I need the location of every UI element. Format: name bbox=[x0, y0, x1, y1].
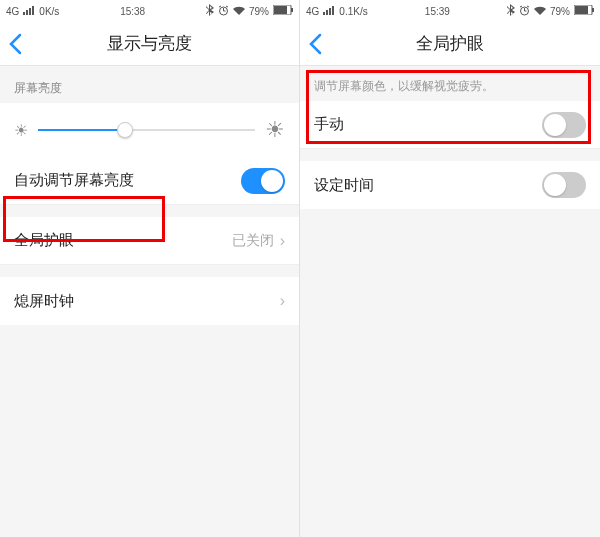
back-button[interactable] bbox=[308, 22, 322, 65]
battery-icon bbox=[574, 5, 594, 17]
bluetooth-icon bbox=[507, 4, 515, 18]
manual-label: 手动 bbox=[314, 115, 344, 134]
battery-percent: 79% bbox=[550, 6, 570, 17]
signal-icon bbox=[323, 5, 335, 17]
screen-clock-label: 熄屏时钟 bbox=[14, 292, 74, 311]
svg-rect-10 bbox=[329, 8, 331, 15]
auto-brightness-row: 自动调节屏幕亮度 bbox=[0, 157, 299, 205]
time-label: 15:39 bbox=[425, 6, 450, 17]
battery-icon bbox=[273, 5, 293, 17]
signal-icon bbox=[23, 5, 35, 17]
wifi-icon bbox=[534, 6, 546, 17]
nav-bar: 全局护眼 bbox=[300, 22, 600, 66]
svg-rect-8 bbox=[323, 12, 325, 15]
status-bar: 4G 0.1K/s 15:39 79% bbox=[300, 0, 600, 22]
page-title: 全局护眼 bbox=[300, 32, 600, 55]
screen-clock-row[interactable]: 熄屏时钟 › bbox=[0, 277, 299, 325]
back-button[interactable] bbox=[8, 22, 22, 65]
schedule-toggle[interactable] bbox=[542, 172, 586, 198]
time-label: 15:38 bbox=[120, 6, 145, 17]
auto-brightness-toggle[interactable] bbox=[241, 168, 285, 194]
sun-small-icon: ☀ bbox=[14, 121, 28, 140]
nav-bar: 显示与亮度 bbox=[0, 22, 299, 66]
auto-brightness-label: 自动调节屏幕亮度 bbox=[14, 171, 134, 190]
manual-row: 手动 bbox=[300, 101, 600, 149]
network-label: 4G bbox=[6, 6, 19, 17]
svg-rect-9 bbox=[326, 10, 328, 15]
eye-care-row[interactable]: 全局护眼 已关闭 › bbox=[0, 217, 299, 265]
svg-rect-2 bbox=[29, 8, 31, 15]
manual-toggle[interactable] bbox=[542, 112, 586, 138]
speed-label: 0.1K/s bbox=[339, 6, 367, 17]
brightness-slider-row: ☀ ☀ bbox=[0, 103, 299, 157]
svg-rect-3 bbox=[32, 6, 34, 15]
chevron-right-icon: › bbox=[280, 292, 285, 310]
eye-care-value: 已关闭 bbox=[232, 232, 274, 250]
hint-text: 调节屏幕颜色，以缓解视觉疲劳。 bbox=[300, 66, 600, 101]
network-label: 4G bbox=[306, 6, 319, 17]
battery-percent: 79% bbox=[249, 6, 269, 17]
svg-rect-14 bbox=[592, 8, 594, 12]
schedule-label: 设定时间 bbox=[314, 176, 374, 195]
svg-rect-0 bbox=[23, 12, 25, 15]
svg-rect-6 bbox=[291, 8, 293, 12]
schedule-row: 设定时间 bbox=[300, 161, 600, 209]
brightness-section-label: 屏幕亮度 bbox=[0, 66, 299, 103]
wifi-icon bbox=[233, 6, 245, 17]
brightness-slider[interactable] bbox=[38, 129, 255, 131]
bluetooth-icon bbox=[206, 4, 214, 18]
alarm-icon bbox=[218, 5, 229, 18]
svg-rect-11 bbox=[332, 6, 334, 15]
page-title: 显示与亮度 bbox=[0, 32, 299, 55]
speed-label: 0K/s bbox=[39, 6, 59, 17]
eye-care-label: 全局护眼 bbox=[14, 231, 74, 250]
svg-rect-15 bbox=[575, 6, 588, 14]
alarm-icon bbox=[519, 5, 530, 18]
svg-rect-7 bbox=[274, 6, 287, 14]
chevron-right-icon: › bbox=[280, 232, 285, 250]
status-bar: 4G 0K/s 15:38 79% bbox=[0, 0, 299, 22]
svg-rect-1 bbox=[26, 10, 28, 15]
sun-large-icon: ☀ bbox=[265, 117, 285, 143]
